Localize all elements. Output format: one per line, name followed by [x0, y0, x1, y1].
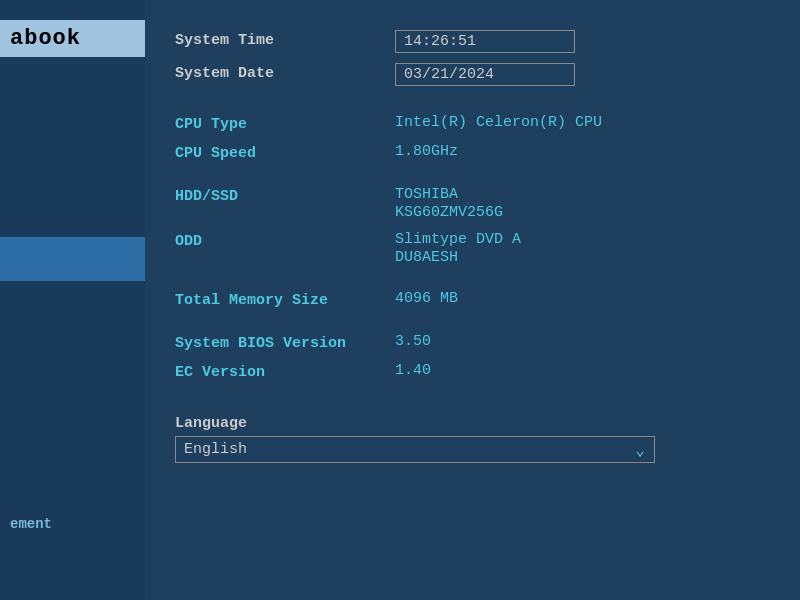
cpu-type-label: CPU Type	[175, 114, 395, 133]
cpu-type-value: Intel(R) Celeron(R) CPU	[395, 114, 760, 131]
system-time-row: System Time	[175, 30, 760, 53]
cpu-type-row: CPU Type Intel(R) Celeron(R) CPU	[175, 114, 760, 133]
language-select[interactable]: English French German Spanish Chinese	[175, 436, 655, 463]
odd-label: ODD	[175, 231, 395, 250]
ec-version-label: EC Version	[175, 362, 395, 381]
total-memory-label: Total Memory Size	[175, 290, 395, 309]
hdd-value-line2: KSG60ZMV256G	[395, 204, 760, 221]
odd-value: Slimtype DVD A DU8AESH	[395, 231, 760, 266]
main-content: System Time System Date CPU Type Intel(R…	[145, 0, 800, 600]
system-time-input[interactable]	[395, 30, 575, 53]
cpu-speed-row: CPU Speed 1.80GHz	[175, 143, 760, 162]
system-date-value[interactable]	[395, 63, 760, 86]
sidebar: abook ement	[0, 0, 145, 600]
odd-value-line2: DU8AESH	[395, 249, 760, 266]
odd-value-line1: Slimtype DVD A	[395, 231, 760, 248]
system-time-value[interactable]	[395, 30, 760, 53]
system-date-label: System Date	[175, 63, 395, 82]
hdd-value: TOSHIBA KSG60ZMV256G	[395, 186, 760, 221]
system-date-input[interactable]	[395, 63, 575, 86]
sidebar-bottom-item: ement	[0, 508, 62, 540]
cpu-speed-label: CPU Speed	[175, 143, 395, 162]
system-date-row: System Date	[175, 63, 760, 86]
total-memory-value: 4096 MB	[395, 290, 760, 307]
ec-version-row: EC Version 1.40	[175, 362, 760, 381]
system-time-label: System Time	[175, 30, 395, 49]
language-label: Language	[175, 415, 760, 432]
sidebar-active-item[interactable]	[0, 237, 145, 281]
bios-version-label: System BIOS Version	[175, 333, 395, 352]
language-select-wrapper[interactable]: English French German Spanish Chinese ⌄	[175, 436, 655, 463]
bios-version-value: 3.50	[395, 333, 760, 350]
sidebar-title: abook	[0, 20, 145, 57]
cpu-speed-value: 1.80GHz	[395, 143, 760, 160]
hdd-value-line1: TOSHIBA	[395, 186, 760, 203]
hdd-row: HDD/SSD TOSHIBA KSG60ZMV256G	[175, 186, 760, 221]
total-memory-row: Total Memory Size 4096 MB	[175, 290, 760, 309]
bios-version-row: System BIOS Version 3.50	[175, 333, 760, 352]
odd-row: ODD Slimtype DVD A DU8AESH	[175, 231, 760, 266]
hdd-label: HDD/SSD	[175, 186, 395, 205]
language-row: Language English French German Spanish C…	[175, 415, 760, 463]
ec-version-value: 1.40	[395, 362, 760, 379]
